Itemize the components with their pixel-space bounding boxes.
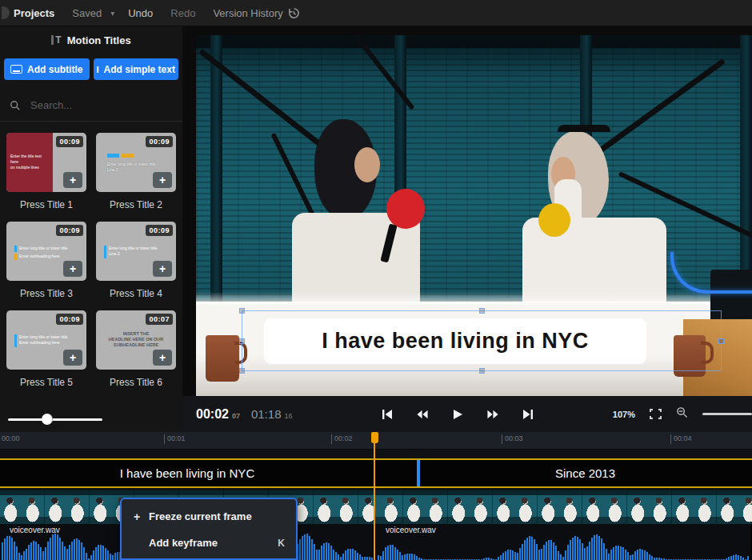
text-style-icon: T xyxy=(51,35,61,45)
search-input[interactable] xyxy=(30,99,150,111)
transport-controls xyxy=(378,406,537,423)
context-menu-item[interactable]: + Freeze current frame xyxy=(122,503,296,530)
preview-stage: I have been living in NYC 00:02 07 01:18… xyxy=(182,26,752,432)
preset-thumbnail[interactable]: 00:09Enter long title or lower titleLine… xyxy=(96,133,176,192)
panel-title-label: Motion Titles xyxy=(67,34,131,46)
motion-titles-panel: T Motion Titles Add subtitle I Add simpl… xyxy=(0,26,182,432)
video-thumbnail xyxy=(627,490,672,524)
search-icon xyxy=(10,100,21,111)
add-preset-button[interactable]: + xyxy=(153,261,172,277)
current-time: 00:02 xyxy=(196,407,229,422)
preview-zoom-level[interactable]: 107% xyxy=(613,410,635,419)
preset-card: 00:09Enter long title or lower titleEnte… xyxy=(6,310,86,388)
fullscreen-icon[interactable] xyxy=(650,409,662,419)
context-menu-item[interactable]: Add keyframe K xyxy=(122,530,296,556)
add-preset-button[interactable]: + xyxy=(153,350,172,366)
ruler-tick: 00:02 xyxy=(331,434,353,444)
slider-thumb[interactable] xyxy=(42,414,53,425)
video-thumbnail xyxy=(538,490,582,524)
audio-track[interactable]: voiceover.wav voiceover.wav xyxy=(0,524,752,560)
ceiling-beam xyxy=(196,35,752,48)
current-frames: 07 xyxy=(232,412,240,420)
preset-name: Press Title 5 xyxy=(6,377,86,388)
add-simple-text-label: Add simple text xyxy=(104,64,175,75)
caption-text: I have been living in NYC xyxy=(322,329,589,354)
saved-status[interactable]: Saved xyxy=(63,7,110,19)
redo-button[interactable]: Redo xyxy=(162,7,204,19)
audio-clip-label: voiceover.wav xyxy=(10,526,60,534)
preset-thumbnail[interactable]: 00:09Enter long title or lower titleLine… xyxy=(96,222,176,281)
red-microphone xyxy=(386,189,425,229)
video-thumbnail xyxy=(403,490,448,524)
undo-button[interactable]: Undo xyxy=(119,7,162,19)
add-preset-button[interactable]: + xyxy=(63,350,82,366)
context-menu-label: Freeze current frame xyxy=(149,510,252,522)
yellow-microphone xyxy=(538,203,570,237)
fast-forward-button[interactable] xyxy=(484,406,502,423)
chevron-down-icon[interactable]: ▾ xyxy=(110,9,119,18)
playback-controls: 00:02 07 01:18 16 xyxy=(182,396,752,432)
preset-name: Press Title 1 xyxy=(6,199,86,210)
zoom-out-icon[interactable] xyxy=(676,406,688,422)
panel-actions: Add subtitle I Add simple text xyxy=(0,54,182,88)
video-thumbnail xyxy=(358,490,403,524)
audio-clip[interactable]: voiceover.wav xyxy=(376,524,752,560)
app-logo-icon xyxy=(2,6,10,19)
total-time: 01:18 xyxy=(251,407,282,421)
history-icon xyxy=(288,7,300,19)
add-preset-button[interactable]: + xyxy=(153,172,172,188)
preset-grid: 00:09Enter the title text hereon multipl… xyxy=(0,122,182,388)
add-simple-text-button[interactable]: I Add simple text xyxy=(94,58,179,80)
video-thumbnail xyxy=(493,490,538,524)
skip-to-end-button[interactable] xyxy=(519,406,537,423)
subtitle-track[interactable]: I have been living in NYCSince 2013 xyxy=(0,458,752,488)
video-editor-app: Projects Saved ▾ Undo Redo Version Histo… xyxy=(0,0,752,560)
mug-left xyxy=(206,335,239,382)
preset-thumbnail[interactable]: 00:09Enter the title text hereon multipl… xyxy=(6,133,86,192)
preset-thumbnail[interactable]: 00:09Enter long title or lower titleEnte… xyxy=(6,222,86,281)
video-thumbnail xyxy=(717,490,752,524)
preset-thumbnail[interactable]: 00:09Enter long title or lower titleEnte… xyxy=(6,310,86,370)
version-history-button[interactable]: Version History xyxy=(204,7,308,19)
mug-right xyxy=(674,335,706,377)
add-preset-button[interactable]: + xyxy=(63,172,82,188)
panel-title: T Motion Titles xyxy=(0,26,182,54)
subtitle-clip[interactable]: Since 2013 xyxy=(418,460,752,486)
preset-duration: 00:09 xyxy=(56,314,83,325)
subtitle-split-marker[interactable] xyxy=(417,460,420,486)
wall-post xyxy=(210,35,222,302)
skip-to-start-button[interactable] xyxy=(378,406,396,423)
rewind-button[interactable] xyxy=(414,406,431,423)
preset-card: 00:09Enter long title or lower titleEnte… xyxy=(6,222,86,299)
preset-card: 00:09Enter long title or lower titleLine… xyxy=(96,222,176,299)
timecode: 00:02 07 01:18 16 xyxy=(182,407,354,422)
total-frames: 16 xyxy=(284,412,292,420)
video-thumbnail xyxy=(448,490,493,524)
subtitle-clip[interactable]: I have been living in NYC xyxy=(0,460,374,486)
video-thumbnail xyxy=(672,490,717,524)
plus-icon: + xyxy=(131,510,142,523)
video-thumbnail xyxy=(45,490,90,524)
playhead-handle[interactable] xyxy=(371,432,378,443)
caption-overlay[interactable]: I have been living in NYC xyxy=(264,318,646,364)
version-history-label: Version History xyxy=(213,7,282,19)
preset-card: 00:09Enter the title text hereon multipl… xyxy=(6,133,86,210)
subtitle-track-row: I have been living in NYCSince 2013 xyxy=(0,450,752,490)
ruler-tick: 00:03 xyxy=(502,434,523,444)
projects-menu[interactable]: Projects xyxy=(0,6,63,19)
add-subtitle-button[interactable]: Add subtitle xyxy=(4,58,90,80)
slider-track[interactable] xyxy=(8,418,102,421)
add-preset-button[interactable]: + xyxy=(63,261,82,277)
play-button[interactable] xyxy=(449,406,466,423)
ruler-tick: 00:04 xyxy=(670,434,692,444)
preset-thumbnail[interactable]: 00:07INSERT THEHEADLINE HERE ON OURSUBHE… xyxy=(96,310,176,370)
video-frame[interactable]: I have been living in NYC xyxy=(196,35,752,396)
preset-card: 00:09Enter long title or lower titleLine… xyxy=(96,133,176,210)
video-track[interactable] xyxy=(0,490,752,524)
video-thumbnail xyxy=(0,490,45,524)
thumbnail-size-slider[interactable] xyxy=(8,414,102,425)
ruler-tick: 00:01 xyxy=(164,434,186,444)
headphones xyxy=(558,125,610,132)
timeline-zoom-slider[interactable] xyxy=(702,413,752,415)
preset-duration: 00:07 xyxy=(146,314,173,325)
